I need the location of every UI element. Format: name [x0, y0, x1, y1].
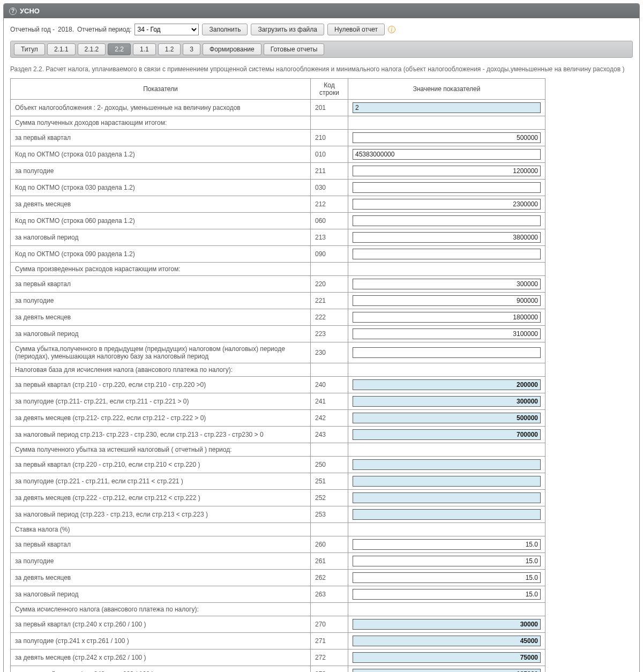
code-cell: 262 [311, 570, 348, 586]
usno-panel: ? УСНО Отчетный год - 2018. Отчетный пер… [3, 3, 640, 672]
info-icon[interactable]: i [388, 26, 395, 33]
value-cell [348, 649, 545, 666]
code-cell: 263 [311, 586, 348, 603]
value-input-213[interactable] [353, 232, 541, 243]
table-row: за первый квартал210 [11, 130, 545, 146]
section-title: Раздел 2.2. Расчет налога, уплачиваемого… [10, 65, 633, 73]
table-row: за полугодие261 [11, 553, 545, 570]
tabstrip: Титул2.1.12.1.22.21.11.23ФормированиеГот… [10, 41, 633, 58]
value-input-240 [353, 379, 541, 390]
indicator-cell: за полугодие [11, 553, 311, 570]
table-row: за налоговый период (стр.243 х стр.263 /… [11, 666, 545, 673]
table-row: за полугодие (стр.241 х стр.261 / 100 )2… [11, 633, 545, 649]
table-row: за девять месяцев (стр.212- стр.222, есл… [11, 410, 545, 427]
value-input-090[interactable] [353, 249, 541, 259]
value-input-261[interactable] [353, 556, 541, 566]
code-cell: 253 [311, 506, 348, 523]
table-row: Сумма убытка,полученного в предыдущем (п… [11, 342, 545, 363]
period-select[interactable]: 34 - Год [134, 24, 199, 35]
code-cell: 242 [311, 410, 348, 427]
table-row: Сумма исчисленного налога (авансового пл… [11, 603, 545, 616]
table-row: Налоговая база для исчисления налога (ав… [11, 363, 545, 377]
code-cell [311, 263, 348, 276]
help-icon[interactable]: ? [9, 8, 17, 15]
indicator-cell: Сумма полученных доходов нарастающим ито… [11, 116, 311, 130]
value-cell [348, 393, 545, 410]
value-input-263[interactable] [353, 589, 541, 600]
code-cell: 271 [311, 633, 348, 649]
indicator-cell: Сумма исчисленного налога (авансового пл… [11, 603, 311, 616]
value-cell [348, 213, 545, 229]
zero-report-button[interactable]: Нулевой отчет [327, 24, 385, 35]
code-cell: 212 [311, 196, 348, 213]
value-input-211[interactable] [353, 166, 541, 176]
value-cell [348, 473, 545, 490]
value-input-212[interactable] [353, 199, 541, 210]
value-cell [348, 616, 545, 633]
value-cell [348, 130, 545, 146]
value-cell [348, 163, 545, 180]
table-row: за полугодие (стр.211- стр.221, если стр… [11, 393, 545, 410]
fill-button[interactable]: Заполнить [202, 24, 248, 35]
col-indicator: Показатели [11, 79, 311, 100]
tab-2.1.2[interactable]: 2.1.2 [78, 43, 106, 55]
value-cell [348, 263, 545, 276]
indicator-cell: за первый квартал (стр.220 - стр.210, ес… [11, 457, 311, 473]
table-row: за девять месяцев262 [11, 570, 545, 586]
tab-титул[interactable]: Титул [14, 43, 45, 55]
value-input-210[interactable] [353, 132, 541, 143]
table-row: за первый квартал220 [11, 276, 545, 293]
panel-body: Отчетный год - 2018. Отчетный период: 34… [4, 18, 639, 672]
value-cell [348, 363, 545, 377]
value-cell [348, 586, 545, 603]
value-input-221[interactable] [353, 295, 541, 306]
indicator-cell: Сумма полученного убытка за истекший нал… [11, 443, 311, 457]
value-input-030[interactable] [353, 182, 541, 193]
indicator-cell: за налоговый период [11, 586, 311, 603]
code-cell: 241 [311, 393, 348, 410]
tab-3[interactable]: 3 [183, 43, 200, 55]
value-input-223[interactable] [353, 328, 541, 339]
value-input-222[interactable] [353, 312, 541, 323]
value-input-230[interactable] [353, 347, 541, 358]
value-cell [348, 229, 545, 246]
code-cell: 211 [311, 163, 348, 180]
value-input-260[interactable] [353, 539, 541, 550]
table-header-row: Показатели Код строки Значение показател… [11, 79, 545, 100]
indicator-cell: за девять месяцев [11, 570, 311, 586]
code-cell: 243 [311, 427, 348, 443]
code-cell: 030 [311, 180, 348, 196]
indicator-cell: Налоговая база для исчисления налога (ав… [11, 363, 311, 377]
indicator-cell: за первый квартал [11, 276, 311, 293]
value-cell [348, 633, 545, 649]
tab-2.2[interactable]: 2.2 [108, 43, 131, 55]
table-row: за полугодие211 [11, 163, 545, 180]
code-cell: 223 [311, 326, 348, 342]
indicator-cell: за налоговый период [11, 229, 311, 246]
code-cell: 240 [311, 377, 348, 393]
indicator-cell: за налоговый период стр.213- стр.223 - с… [11, 427, 311, 443]
load-from-file-button[interactable]: Загрузить из файла [251, 24, 324, 35]
table-row: за первый квартал260 [11, 536, 545, 553]
value-input-220[interactable] [353, 279, 541, 289]
value-cell [348, 553, 545, 570]
code-cell: 201 [311, 100, 348, 116]
code-cell: 060 [311, 213, 348, 229]
indicator-cell: за девять месяцев (стр.222 - стр.212, ес… [11, 490, 311, 506]
col-code: Код строки [311, 79, 348, 100]
value-input-253 [353, 509, 541, 520]
tab-2.1.1[interactable]: 2.1.1 [47, 43, 76, 55]
table-row: Сумма произведенных расходов нарастающим… [11, 263, 545, 276]
tab-1.2[interactable]: 1.2 [158, 43, 181, 55]
value-cell [348, 457, 545, 473]
value-cell [348, 603, 545, 616]
table-row: за первый квартал (стр.210 - стр.220, ес… [11, 377, 545, 393]
value-input-060[interactable] [353, 215, 541, 226]
value-input-010[interactable] [353, 149, 541, 160]
tab-формирование[interactable]: Формирование [203, 43, 261, 55]
tab-1.1[interactable]: 1.1 [133, 43, 156, 55]
tab-готовые-отчеты[interactable]: Готовые отчеты [264, 43, 325, 55]
value-input-262[interactable] [353, 572, 541, 583]
code-cell: 222 [311, 309, 348, 326]
period-label: Отчетный период: [77, 26, 131, 33]
